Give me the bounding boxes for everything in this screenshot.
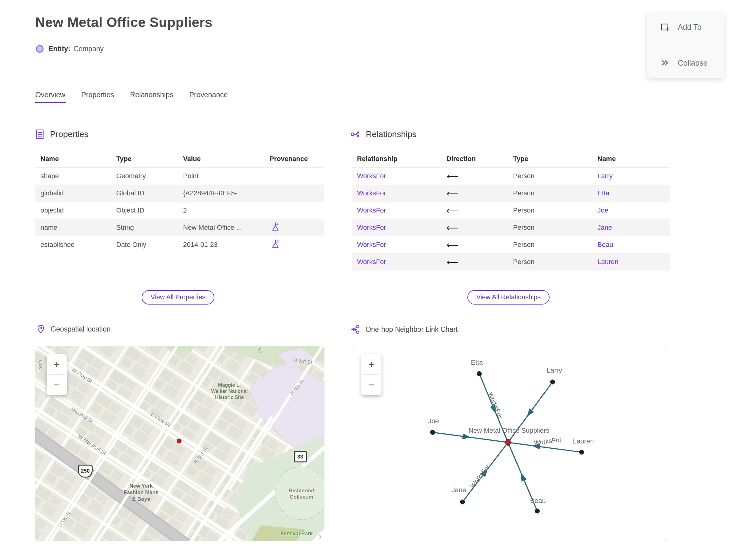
graph-node-larry[interactable] [550,379,555,384]
table-row: shapeGeometryPoint [35,167,324,185]
direction-cell: ⟵ [441,223,508,232]
map-street-label: Richmond Coliseum [289,487,314,501]
tab-properties[interactable]: Properties [81,91,114,103]
entity-name-link[interactable]: Joe [597,206,608,214]
table-row: globalidGlobal ID{A228944F-0EF5-... [35,185,324,202]
name-cell: Larry [592,172,670,180]
table-row: objectidObject ID2 [35,202,324,219]
relationships-table-body: WorksFor⟵PersonLarryWorksFor⟵PersonEttaW… [352,167,670,270]
table-row: WorksFor⟵PersonBeau [352,236,670,253]
type-cell: Person [508,241,592,249]
relationship-cell: WorksFor [352,206,441,214]
tab-overview[interactable]: Overview [35,91,65,103]
type-cell: Person [508,258,592,266]
collapse-button[interactable]: Collapse [660,58,724,68]
direction-cell: ⟵ [441,257,508,267]
prop-provenance-cell [264,222,324,233]
link-chart[interactable]: WorksForWorksForWorksForEttaLarryJoeLaur… [352,346,667,541]
chart-zoom-control: + − [361,354,381,395]
properties-table: Name Type Value Provenance shapeGeometry… [35,150,324,253]
name-cell: Jane [592,224,670,232]
double-chevron-right-icon [660,58,670,68]
relationship-link[interactable]: WorksFor [357,189,386,197]
type-cell: Person [508,224,592,232]
name-cell: Etta [592,189,670,197]
collapse-label: Collapse [678,59,707,67]
entity-name-link[interactable]: Etta [597,189,609,197]
graph-node-joe[interactable] [430,430,435,435]
graph-node-label: Larry [547,366,562,374]
map-zoom-out-button[interactable]: − [47,375,67,395]
provenance-flag-icon[interactable] [271,239,280,248]
entity-name-link[interactable]: Beau [597,241,613,248]
tab-provenance[interactable]: Provenance [189,91,228,103]
table-row: WorksFor⟵PersonJoe [352,202,670,219]
graph-edge-arrow-icon [462,433,471,439]
relationship-cell: WorksFor [352,224,441,232]
relationships-table: Relationship Direction Type Name WorksFo… [352,150,670,270]
type-cell: Person [508,189,592,197]
direction-arrow-icon: ⟵ [447,257,458,267]
map[interactable]: + − k RdW Clay StSaN 3rd StN 4th StMaggi… [35,346,324,541]
map-marker[interactable] [177,439,182,443]
graph-node-jane[interactable] [460,500,465,504]
graph-node-label: Lauren [573,437,594,445]
table-row: WorksFor⟵PersonJane [352,219,670,236]
relationship-cell: WorksFor [352,189,441,197]
tab-bar: Overview Properties Relationships Proven… [35,91,228,103]
relationship-link[interactable]: WorksFor [357,172,386,180]
direction-cell: ⟵ [441,171,508,181]
prop-type-cell: String [111,224,178,232]
prop-value-cell: New Metal Office ... [178,224,264,232]
map-pin-icon [36,324,45,334]
add-to-icon [660,22,670,32]
col-header: Name [592,155,670,163]
provenance-flag-icon[interactable] [271,222,280,231]
graph-node-etta[interactable] [477,371,482,376]
relationship-link[interactable]: WorksFor [357,206,386,214]
graph-edge-arrow-icon [527,408,534,417]
relationships-section-header: Relationships [350,129,416,140]
prop-name-cell: name [35,224,111,232]
entity-name-link[interactable]: Lauren [597,258,619,266]
prop-name-cell: globalid [35,189,111,197]
view-all-relationships-button[interactable]: View All Relationships [467,290,550,305]
entity-name-link[interactable]: Jane [597,224,612,231]
entity-name-link[interactable]: Larry [597,172,613,180]
relationship-link[interactable]: WorksFor [357,258,386,266]
name-cell: Joe [592,206,670,214]
chart-zoom-out-button[interactable]: − [361,375,381,395]
prop-value-cell: Point [178,172,264,180]
relationship-cell: WorksFor [352,258,441,266]
name-cell: Beau [592,241,670,249]
relationships-section-title: Relationships [366,129,416,139]
geospatial-title: Geospatial location [51,325,111,333]
relationship-link[interactable]: WorksFor [357,241,386,248]
table-row: WorksFor⟵PersonEtta [352,185,670,202]
add-to-label: Add To [678,23,701,32]
prop-name-cell: established [35,241,111,249]
view-all-properties-button[interactable]: View All Properties [142,290,214,305]
prop-value-cell: 2014-01-23 [178,241,264,249]
geospatial-header: Geospatial location [36,324,111,334]
route-shield: 250 [78,465,93,478]
tab-relationships[interactable]: Relationships [130,91,173,103]
graph-node-lauren[interactable] [579,450,584,455]
entity-type-value: Company [74,45,104,53]
table-row: WorksFor⟵PersonLarry [352,167,670,185]
prop-value-cell: {A228944F-0EF5-... [178,189,264,197]
entity-type-icon [36,45,44,53]
table-row: nameStringNew Metal Office ... [35,219,324,236]
graph-node-beau[interactable] [535,508,540,513]
direction-arrow-icon: ⟵ [447,189,458,198]
relationship-link[interactable]: WorksFor [357,224,386,231]
graph-center-node[interactable] [505,439,511,446]
relationships-table-header: Relationship Direction Type Name [352,150,670,167]
chart-zoom-in-button[interactable]: + [361,354,381,374]
map-street-label: Festival Park [281,530,313,537]
properties-section-title: Properties [50,129,88,139]
prop-name-cell: objectid [35,206,111,214]
map-zoom-in-button[interactable]: + [47,354,67,374]
graph-edge-label: WorksFor [469,463,491,489]
add-to-button[interactable]: Add To [660,22,724,32]
